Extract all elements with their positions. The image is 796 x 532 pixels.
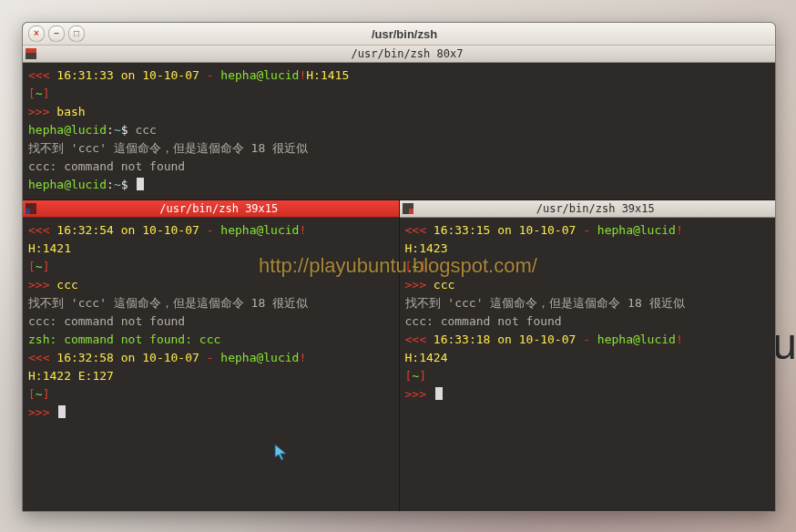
terminal-top[interactable]: <<< 16:31:33 on 10-10-07 - hepha@lucid!H…: [23, 63, 775, 200]
cursor: [58, 405, 66, 418]
pane-split: /usr/bin/zsh 39x15 <<< 16:32:54 on 10-10…: [23, 200, 775, 511]
ubuntu-logo: ubu: [726, 319, 796, 369]
pane-header-top-label: /usr/bin/zsh 80x7: [352, 47, 464, 60]
pane-header-right-label: /usr/bin/zsh 39x15: [536, 202, 655, 215]
cursor: [137, 178, 144, 190]
window-titlebar[interactable]: × – □ /usr/bin/zsh: [23, 23, 775, 46]
svg-rect-5: [409, 209, 413, 214]
split-indicator-icon: [25, 47, 37, 60]
pane-header-left[interactable]: /usr/bin/zsh 39x15: [23, 200, 399, 218]
pane-right: /usr/bin/zsh 39x15 <<< 16:33:15 on 10-10…: [399, 200, 776, 511]
pane-left: /usr/bin/zsh 39x15 <<< 16:32:54 on 10-10…: [23, 200, 399, 511]
split-indicator-icon: [25, 202, 37, 215]
terminal-right[interactable]: <<< 16:33:15 on 10-10-07 - hepha@lucid! …: [400, 218, 776, 409]
pane-header-top[interactable]: /usr/bin/zsh 80x7: [23, 46, 775, 63]
svg-rect-3: [26, 209, 30, 214]
svg-rect-1: [26, 48, 36, 53]
pane-top: <<< 16:31:33 on 10-10-07 - hepha@lucid!H…: [23, 63, 775, 200]
cursor: [435, 387, 443, 400]
split-indicator-icon: [402, 202, 414, 215]
terminal-left[interactable]: <<< 16:32:54 on 10-10-07 - hepha@lucid! …: [23, 218, 399, 427]
terminal-area: <<< 16:31:33 on 10-10-07 - hepha@lucid!H…: [23, 63, 775, 511]
terminal-window: × – □ /usr/bin/zsh /usr/bin/zsh 80x7 <<<…: [22, 22, 776, 512]
pane-header-left-label: /usr/bin/zsh 39x15: [159, 202, 278, 215]
window-title: /usr/bin/zsh: [39, 27, 770, 41]
pane-header-right[interactable]: /usr/bin/zsh 39x15: [400, 200, 776, 218]
desktop: ubu × – □ /usr/bin/zsh /usr/bin/zsh 80x7…: [0, 0, 796, 532]
